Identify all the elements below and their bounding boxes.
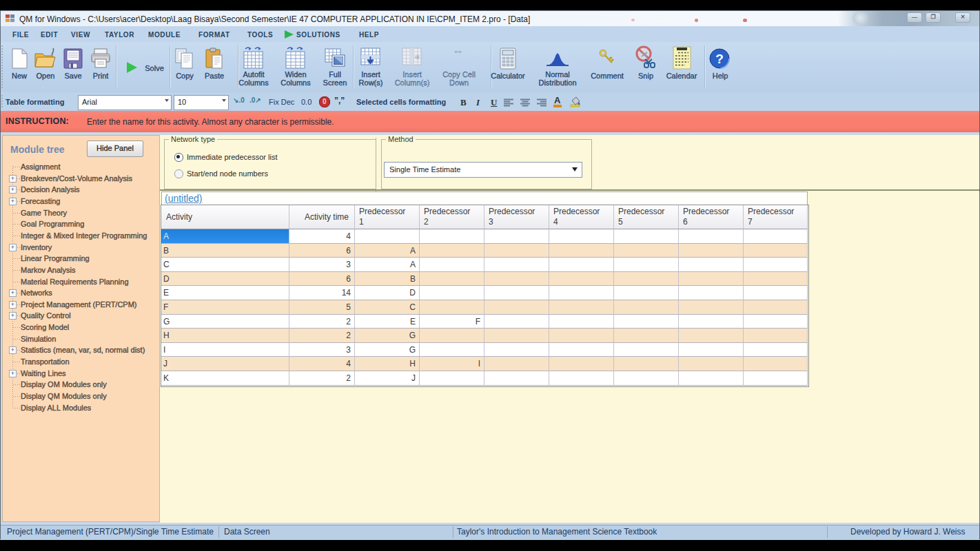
svg-text:?: ? xyxy=(715,52,724,66)
